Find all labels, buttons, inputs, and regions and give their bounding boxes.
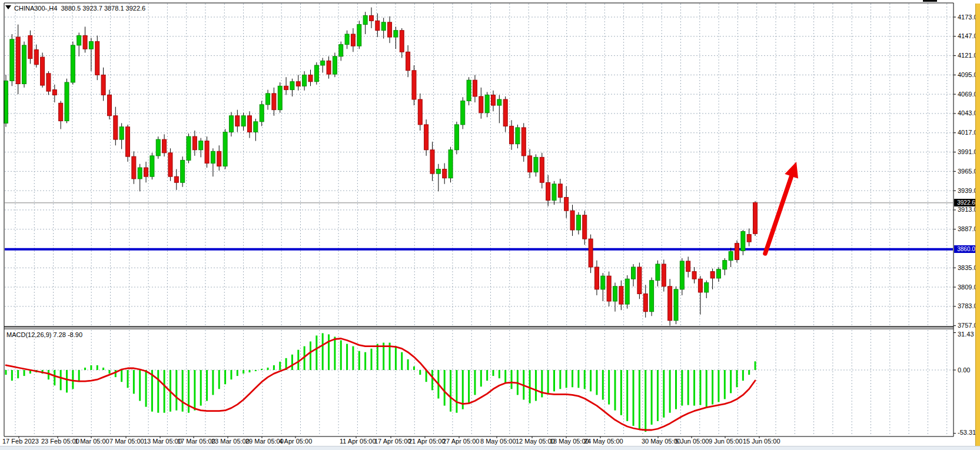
candle-body xyxy=(521,128,526,156)
candle-body xyxy=(747,235,751,242)
candle-body xyxy=(552,184,556,201)
candle-body xyxy=(376,21,380,30)
time-axis-label: 23 Feb 05:00 xyxy=(41,438,79,445)
price-axis-label: 3783.0 xyxy=(958,302,978,310)
candle-body xyxy=(643,294,647,311)
candle-body xyxy=(454,125,459,150)
macd-axis-label: -53.31 xyxy=(958,429,976,436)
candle-body xyxy=(406,52,410,71)
candle-body xyxy=(65,82,69,121)
candle-body xyxy=(138,168,142,179)
candle-body xyxy=(41,57,45,85)
price-axis-label: 3939.0 xyxy=(958,187,978,195)
candle-body xyxy=(254,122,258,132)
price-axis-label: 4017.0 xyxy=(958,129,978,136)
candle-body xyxy=(583,215,587,239)
candle-body xyxy=(266,94,270,105)
price-axis-label: 3887.0 xyxy=(958,225,978,233)
candle-body xyxy=(77,36,81,45)
candle-body xyxy=(144,168,148,176)
time-axis-label: 8 May 05:00 xyxy=(480,438,516,445)
chart-shift-marker[interactable] xyxy=(923,0,937,2)
time-axis-label: 9 Jun 05:00 xyxy=(709,438,743,445)
ohlc-values: 3880.5 3923.7 3878.1 3922.6 xyxy=(61,5,145,12)
trend-arrow-shaft[interactable] xyxy=(765,172,793,254)
candle-body xyxy=(339,45,343,56)
candle-body xyxy=(637,267,642,294)
candle-body xyxy=(716,269,720,278)
candle-body xyxy=(34,49,38,64)
price-axis-label: 4147.0 xyxy=(958,32,978,40)
candle-body xyxy=(132,156,136,179)
candle-body xyxy=(723,261,727,269)
trend-arrow-head[interactable] xyxy=(785,162,798,179)
candle-body xyxy=(686,261,690,272)
candle-body xyxy=(674,289,678,321)
time-axis-label: 17 Feb 2023 xyxy=(2,438,39,445)
candle-body xyxy=(443,169,447,178)
candle-body xyxy=(729,252,733,261)
time-axis-label: 4 Apr 05:00 xyxy=(279,438,312,445)
candle-body xyxy=(485,95,489,112)
price-axis-label: 4043.0 xyxy=(958,109,978,117)
candle-body xyxy=(205,141,209,164)
candle-body xyxy=(333,56,337,74)
candle-body xyxy=(607,276,611,301)
candle-body xyxy=(668,286,672,321)
candle-body xyxy=(199,141,203,150)
candle-body xyxy=(4,81,8,123)
candle-body xyxy=(418,99,422,125)
candle-body xyxy=(22,45,26,84)
candle-body xyxy=(430,150,434,174)
candle-body xyxy=(388,22,392,37)
candle-body xyxy=(308,75,313,81)
candle-body xyxy=(95,42,99,75)
candle-body xyxy=(436,169,440,174)
candle-body xyxy=(449,150,453,178)
candle-body xyxy=(753,202,758,234)
candle-body xyxy=(272,94,276,110)
candle-body xyxy=(589,239,593,267)
time-axis-label: 5 Jun 05:00 xyxy=(675,438,709,445)
candle-body xyxy=(181,160,185,182)
candle-body xyxy=(558,184,562,198)
candle-body xyxy=(278,86,282,109)
time-axis-label: 15 Jun 05:00 xyxy=(743,438,780,445)
symbol-dropdown-icon[interactable] xyxy=(5,5,11,9)
candle-body xyxy=(10,39,14,81)
candle-body xyxy=(692,272,696,279)
candle-body xyxy=(656,264,660,281)
candle-body xyxy=(229,116,233,132)
candle-body xyxy=(126,127,130,156)
candle-body xyxy=(479,96,483,113)
candle-body xyxy=(241,116,245,126)
candle-body xyxy=(150,156,154,176)
candle-body xyxy=(351,34,355,46)
candle-body xyxy=(467,80,471,101)
time-axis-label: 1 Mar 05:00 xyxy=(75,438,109,445)
candle-body xyxy=(296,82,300,86)
candle-body xyxy=(381,22,386,31)
candle-body xyxy=(710,272,715,278)
time-axis-label: 7 Mar 05:00 xyxy=(109,438,144,445)
price-axis-label: 3965.0 xyxy=(958,168,978,175)
price-axis-label: 3991.0 xyxy=(958,148,978,156)
candle-body xyxy=(546,182,550,200)
window-edge-strip xyxy=(975,4,980,446)
candle-body xyxy=(698,279,702,292)
time-axis-label: 17 Apr 05:00 xyxy=(374,438,411,445)
candle-body xyxy=(613,286,617,301)
candle-body xyxy=(168,153,172,176)
window-bottom-strip xyxy=(0,446,980,450)
candle-body xyxy=(260,105,264,122)
candle-body xyxy=(101,75,105,95)
candle-body xyxy=(601,276,605,289)
chart-canvas[interactable] xyxy=(0,0,980,450)
candle-body xyxy=(284,86,288,89)
time-axis-label: 24 May 05:00 xyxy=(584,438,623,445)
price-axis-label: 4069.0 xyxy=(958,91,978,98)
candle-body xyxy=(510,126,514,144)
time-axis-label: 12 May 05:00 xyxy=(516,438,555,445)
candle-body xyxy=(223,132,227,166)
candle-body xyxy=(497,99,501,105)
